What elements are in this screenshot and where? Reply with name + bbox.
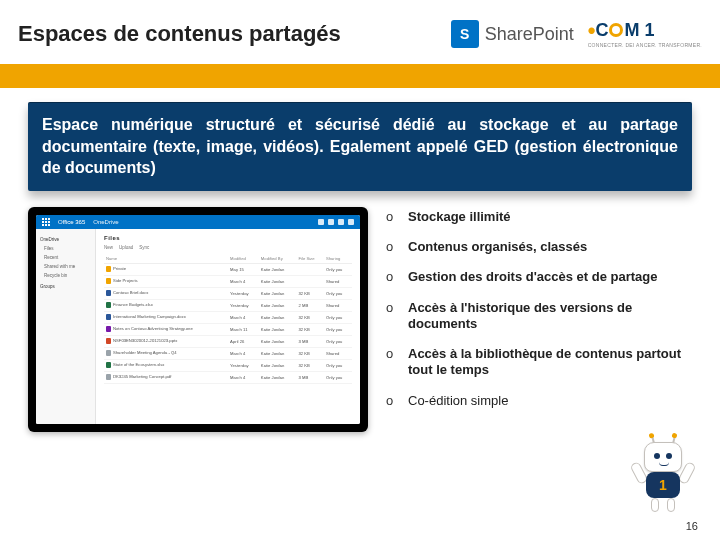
avatar[interactable]: [348, 219, 354, 225]
file-icon: [106, 302, 111, 308]
table-row[interactable]: State of the Ecosystem.xlsxYesterdayKati…: [104, 359, 352, 371]
col-by: Modified By: [259, 254, 297, 264]
breadcrumb: Files: [104, 235, 352, 241]
table-row[interactable]: Shareholder Meeting Agenda - Q4March 4Ka…: [104, 347, 352, 359]
file-icon: [106, 314, 111, 320]
bullet-mark: o: [386, 346, 398, 379]
sharepoint-label: SharePoint: [485, 24, 574, 45]
slide: Espaces de contenus partagés S SharePoin…: [0, 0, 720, 540]
toolbar-btn[interactable]: Sync: [139, 245, 149, 250]
notif-icon[interactable]: [318, 219, 324, 225]
mascot-icon: 1: [634, 442, 692, 512]
intro-box: Espace numérique structuré et sécurisé d…: [28, 102, 692, 191]
sidebar-section-onedrive: OneDrive: [40, 237, 91, 242]
sharepoint-icon: S: [451, 20, 479, 48]
com1-o-icon: [609, 23, 623, 37]
bullet-mark: o: [386, 300, 398, 333]
topbar-actions: [318, 219, 354, 225]
help-icon[interactable]: [338, 219, 344, 225]
file-icon: [106, 290, 111, 296]
sidebar-item[interactable]: Shared with me: [40, 264, 91, 269]
list-item: oCo-édition simple: [386, 393, 702, 409]
com1-brand: •CM 1: [588, 20, 655, 41]
bullet-mark: o: [386, 269, 398, 285]
table-row[interactable]: Contoso Brief.docxYesterdayKatie Jordan3…: [104, 287, 352, 299]
file-icon: [106, 266, 111, 272]
bullet-text: Accès à la bibliothèque de contenus part…: [408, 346, 702, 379]
sharepoint-logo: S SharePoint: [451, 20, 574, 48]
list-item: oGestion des droits d'accès et de partag…: [386, 269, 702, 285]
file-icon: [106, 374, 111, 380]
header-logos: S SharePoint •CM 1 CONNECTER. DEI ANCER.…: [451, 20, 702, 48]
file-table: Name Modified Modified By File Size Shar…: [104, 254, 352, 384]
com1-logo: •CM 1 CONNECTER. DEI ANCER. TRANSFORMER.: [588, 20, 702, 48]
sidebar-item[interactable]: Files: [40, 246, 91, 251]
body: Office 365 OneDrive OneDrive Files Recen: [0, 197, 720, 432]
sidebar: OneDrive Files Recent Shared with me Rec…: [36, 229, 96, 424]
device-frame: Office 365 OneDrive OneDrive Files Recen: [28, 207, 368, 432]
intro-wrap: Espace numérique structuré et sécurisé d…: [0, 88, 720, 197]
list-item: oAccès à l'historique des versions de do…: [386, 300, 702, 333]
col-name: Name: [104, 254, 228, 264]
bullet-mark: o: [386, 393, 398, 409]
bullet-list: oStockage illimitéoContenus organisés, c…: [386, 207, 702, 432]
sidebar-section-groups: Groups: [40, 284, 91, 289]
bullet-text: Co-édition simple: [408, 393, 508, 409]
settings-icon[interactable]: [328, 219, 334, 225]
app-topbar: Office 365 OneDrive: [36, 215, 360, 229]
page-number: 16: [686, 520, 698, 532]
file-icon: [106, 278, 111, 284]
accent-bar: [0, 64, 720, 88]
toolbar-btn[interactable]: Upload: [119, 245, 133, 250]
sidebar-item[interactable]: Recent: [40, 255, 91, 260]
col-share: Sharing: [324, 254, 352, 264]
list-item: oStockage illimité: [386, 209, 702, 225]
toolbar-btn[interactable]: New: [104, 245, 113, 250]
bullet-text: Stockage illimité: [408, 209, 511, 225]
screenshot: Office 365 OneDrive OneDrive Files Recen: [36, 215, 360, 424]
table-row[interactable]: DK3245 Marketing Concept.pdfMarch 4Katie…: [104, 371, 352, 383]
bullet-text: Accès à l'historique des versions de doc…: [408, 300, 702, 333]
table-row[interactable]: Side ProjectsMarch 4Katie JordanShared: [104, 275, 352, 287]
mascot-number: 1: [646, 472, 680, 498]
file-icon: [106, 338, 111, 344]
file-toolbar: New Upload Sync: [104, 245, 352, 250]
file-icon: [106, 362, 111, 368]
table-row[interactable]: Finance Budgets.xlsxYesterdayKatie Jorda…: [104, 299, 352, 311]
app-launcher-icon[interactable]: [42, 218, 50, 226]
table-row[interactable]: International Marketing Campaign.docxMar…: [104, 311, 352, 323]
table-row[interactable]: NSF03EN3020012-20121023.pptxApril 26Kati…: [104, 335, 352, 347]
col-size: File Size: [296, 254, 323, 264]
file-pane: Files New Upload Sync Name Modified Modi…: [96, 229, 360, 424]
bullet-text: Gestion des droits d'accès et de partage: [408, 269, 657, 285]
table-row[interactable]: PrivateMay 15Katie JordanOnly you: [104, 263, 352, 275]
list-item: oContenus organisés, classés: [386, 239, 702, 255]
bullet-mark: o: [386, 209, 398, 225]
table-row[interactable]: Notes on Contoso Advertising Strategy.on…: [104, 323, 352, 335]
com1-tagline: CONNECTER. DEI ANCER. TRANSFORMER.: [588, 42, 702, 48]
header: Espaces de contenus partagés S SharePoin…: [0, 0, 720, 64]
slide-title: Espaces de contenus partagés: [18, 21, 341, 47]
col-modified: Modified: [228, 254, 259, 264]
sidebar-item[interactable]: Recycle bin: [40, 273, 91, 278]
service-name: OneDrive: [93, 219, 118, 225]
bullet-mark: o: [386, 239, 398, 255]
file-icon: [106, 350, 111, 356]
bullet-text: Contenus organisés, classés: [408, 239, 587, 255]
file-icon: [106, 326, 111, 332]
app-name: Office 365: [58, 219, 85, 225]
list-item: oAccès à la bibliothèque de contenus par…: [386, 346, 702, 379]
